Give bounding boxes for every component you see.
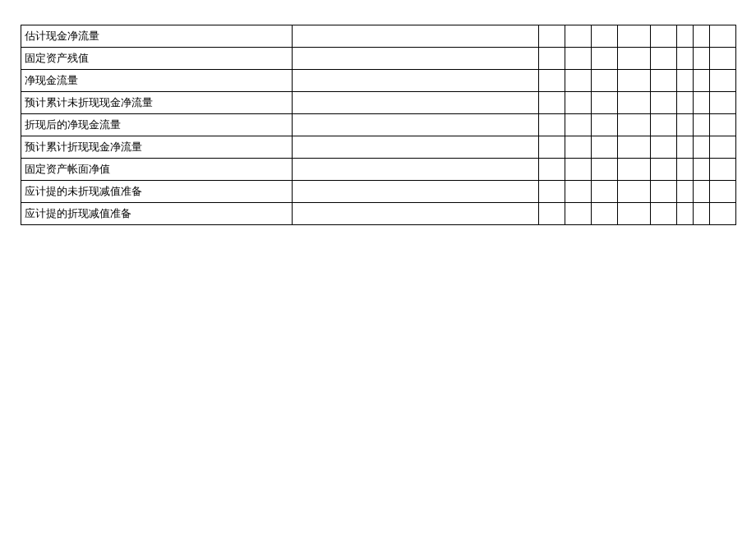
cell	[539, 114, 565, 136]
cell	[651, 92, 677, 114]
cell	[293, 203, 539, 225]
row-label: 净现金流量	[21, 70, 293, 92]
cell	[592, 25, 618, 48]
cell	[565, 136, 592, 159]
table-row: 应计提的折现减值准备	[21, 203, 736, 225]
cell	[539, 25, 565, 48]
cell	[618, 92, 651, 114]
cell	[565, 92, 592, 114]
cell	[710, 70, 736, 92]
table-row: 估计现金净流量	[21, 25, 736, 48]
cell	[710, 181, 736, 203]
cell	[677, 159, 694, 181]
row-label: 固定资产帐面净值	[21, 159, 293, 181]
cell	[651, 159, 677, 181]
cell	[694, 48, 710, 70]
cell	[694, 203, 710, 225]
cell	[677, 25, 694, 48]
cell	[592, 136, 618, 159]
cell	[565, 181, 592, 203]
cell	[618, 70, 651, 92]
cell	[592, 92, 618, 114]
cell	[565, 25, 592, 48]
cell	[293, 159, 539, 181]
cell	[618, 159, 651, 181]
cell	[651, 136, 677, 159]
row-label: 应计提的未折现减值准备	[21, 181, 293, 203]
cell	[539, 70, 565, 92]
cell	[293, 136, 539, 159]
row-label: 估计现金净流量	[21, 25, 293, 48]
cell	[565, 70, 592, 92]
cell	[618, 181, 651, 203]
cell	[618, 136, 651, 159]
cell	[677, 136, 694, 159]
cell	[677, 70, 694, 92]
cell	[710, 114, 736, 136]
row-label: 应计提的折现减值准备	[21, 203, 293, 225]
cell	[651, 70, 677, 92]
cell	[694, 92, 710, 114]
cell	[293, 25, 539, 48]
cell	[293, 92, 539, 114]
cell	[592, 48, 618, 70]
row-label: 固定资产残值	[21, 48, 293, 70]
cell	[651, 48, 677, 70]
cell	[694, 159, 710, 181]
cell	[592, 114, 618, 136]
cell	[651, 203, 677, 225]
cell	[651, 114, 677, 136]
cell	[293, 181, 539, 203]
cell	[539, 136, 565, 159]
cell	[592, 203, 618, 225]
cell	[565, 114, 592, 136]
table-row: 预计累计未折现现金净流量	[21, 92, 736, 114]
cell	[539, 203, 565, 225]
cell	[694, 70, 710, 92]
table-row: 预计累计折现现金净流量	[21, 136, 736, 159]
cell	[710, 203, 736, 225]
cell	[710, 25, 736, 48]
cell	[618, 48, 651, 70]
cell	[592, 70, 618, 92]
cell	[539, 92, 565, 114]
cell	[677, 92, 694, 114]
cell	[710, 92, 736, 114]
cell	[592, 181, 618, 203]
table-row: 折现后的净现金流量	[21, 114, 736, 136]
cell	[651, 25, 677, 48]
cell	[293, 114, 539, 136]
row-label: 预计累计折现现金净流量	[21, 136, 293, 159]
cell	[651, 181, 677, 203]
cell	[293, 70, 539, 92]
cell	[677, 48, 694, 70]
cell	[618, 25, 651, 48]
cell	[592, 159, 618, 181]
cell	[565, 159, 592, 181]
impairment-table: 估计现金净流量 固定资产残值 净现金流量	[21, 25, 736, 225]
cell	[539, 159, 565, 181]
cell	[539, 48, 565, 70]
cell	[565, 203, 592, 225]
cell	[694, 25, 710, 48]
cell	[618, 114, 651, 136]
cell	[677, 203, 694, 225]
row-label: 折现后的净现金流量	[21, 114, 293, 136]
cell	[677, 114, 694, 136]
cell	[539, 181, 565, 203]
cell	[677, 181, 694, 203]
cell	[565, 48, 592, 70]
cell	[694, 136, 710, 159]
cell	[618, 203, 651, 225]
table-row: 固定资产残值	[21, 48, 736, 70]
cell	[293, 48, 539, 70]
cell	[710, 136, 736, 159]
cell	[710, 159, 736, 181]
table-row: 应计提的未折现减值准备	[21, 181, 736, 203]
table-row: 净现金流量	[21, 70, 736, 92]
cell	[710, 48, 736, 70]
cell	[694, 114, 710, 136]
table-row: 固定资产帐面净值	[21, 159, 736, 181]
cell	[694, 181, 710, 203]
row-label: 预计累计未折现现金净流量	[21, 92, 293, 114]
